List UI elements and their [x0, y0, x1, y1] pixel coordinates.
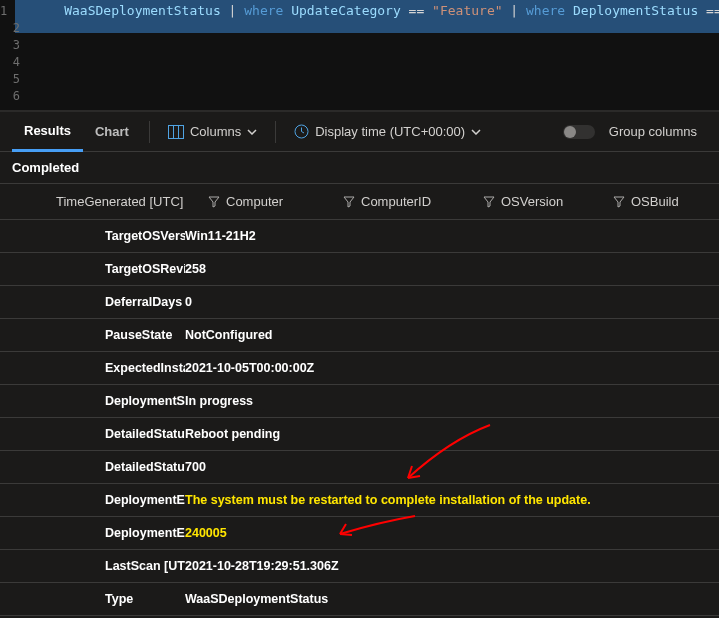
- results-toolbar: Results Chart Columns Display time (UTC+…: [0, 112, 719, 152]
- detail-row: ExpectedInstallDate [UTC]2021-10-05T00:0…: [0, 352, 719, 385]
- line-number: 2: [0, 21, 28, 35]
- detail-key: Type: [0, 592, 185, 606]
- detail-row: DeploymentStatusIn progress: [0, 385, 719, 418]
- detail-key: DeploymentError: [0, 493, 185, 507]
- display-time-label: Display time (UTC+00:00): [315, 124, 465, 139]
- columns-button[interactable]: Columns: [158, 112, 267, 152]
- divider: [275, 121, 276, 143]
- column-header-osversion[interactable]: OSVersion: [475, 194, 605, 209]
- expanded-record: TargetOSVersionWin11-21H2 TargetOSRevisi…: [0, 220, 719, 616]
- filter-icon: [343, 196, 355, 208]
- detail-row: DeploymentErrorThe system must be restar…: [0, 484, 719, 517]
- line-number: 1: [0, 4, 15, 18]
- detail-value[interactable]: 258: [185, 262, 719, 276]
- detail-key: LastScan [UTC]: [0, 559, 185, 573]
- detail-value[interactable]: 700: [185, 460, 719, 474]
- display-time-button[interactable]: Display time (UTC+00:00): [284, 112, 491, 152]
- column-header-osbuild[interactable]: OSBuild: [605, 194, 719, 209]
- detail-value[interactable]: WaaSDeploymentStatus: [185, 592, 719, 606]
- divider: [149, 121, 150, 143]
- detail-value[interactable]: 2021-10-28T19:29:51.306Z: [185, 559, 719, 573]
- line-number: 3: [0, 38, 28, 52]
- svg-rect-0: [168, 125, 183, 138]
- group-columns-label: Group columns: [609, 124, 697, 139]
- clock-icon: [294, 124, 309, 139]
- detail-row: TargetOSRevision258: [0, 253, 719, 286]
- detail-row: DetailedStatusReboot pending: [0, 418, 719, 451]
- column-header-computerid[interactable]: ComputerID: [335, 194, 475, 209]
- detail-value[interactable]: The system must be restarted to complete…: [185, 493, 719, 507]
- group-header[interactable]: Completed: [0, 152, 719, 184]
- query-editor[interactable]: 1 WaaSDeploymentStatus | where UpdateCat…: [0, 0, 719, 112]
- tab-chart[interactable]: Chart: [83, 112, 141, 152]
- detail-value[interactable]: NotConfigured: [185, 328, 719, 342]
- filter-icon: [613, 196, 625, 208]
- detail-row: DetailedStatusLevel700: [0, 451, 719, 484]
- detail-key: DeploymentStatus: [0, 394, 185, 408]
- detail-key: DetailedStatusLevel: [0, 460, 185, 474]
- detail-value[interactable]: 0: [185, 295, 719, 309]
- filter-icon: [483, 196, 495, 208]
- tab-results[interactable]: Results: [12, 112, 83, 152]
- detail-row: PauseStateNotConfigured: [0, 319, 719, 352]
- detail-key: DeferralDays: [0, 295, 185, 309]
- detail-key: DeploymentErrorCode: [0, 526, 185, 540]
- line-number: 5: [0, 72, 28, 86]
- detail-value[interactable]: Win11-21H2: [185, 229, 719, 243]
- column-header-computer[interactable]: Computer: [200, 194, 335, 209]
- columns-icon: [168, 125, 184, 139]
- detail-value[interactable]: 240005: [185, 526, 719, 540]
- detail-value[interactable]: In progress: [185, 394, 719, 408]
- detail-row: TypeWaaSDeploymentStatus: [0, 583, 719, 616]
- detail-key: TargetOSRevision: [0, 262, 185, 276]
- line-number: 6: [0, 89, 28, 103]
- query-text: WaaSDeploymentStatus | where UpdateCateg…: [15, 0, 719, 33]
- toggle-switch-icon: [563, 125, 595, 139]
- chevron-down-icon: [471, 129, 481, 135]
- chevron-down-icon: [247, 129, 257, 135]
- results-table-header: TimeGenerated [UTC] Computer ComputerID …: [0, 184, 719, 220]
- line-number: 4: [0, 55, 28, 69]
- filter-icon: [208, 196, 220, 208]
- detail-key: TargetOSVersion: [0, 229, 185, 243]
- detail-key: DetailedStatus: [0, 427, 185, 441]
- detail-value[interactable]: 2021-10-05T00:00:00Z: [185, 361, 719, 375]
- detail-row: LastScan [UTC]2021-10-28T19:29:51.306Z: [0, 550, 719, 583]
- column-header-timegenerated[interactable]: TimeGenerated [UTC]: [40, 194, 200, 209]
- detail-key: PauseState: [0, 328, 185, 342]
- detail-row: DeploymentErrorCode240005: [0, 517, 719, 550]
- detail-row: DeferralDays0: [0, 286, 719, 319]
- detail-value[interactable]: Reboot pending: [185, 427, 719, 441]
- group-columns-toggle[interactable]: Group columns: [553, 112, 707, 152]
- detail-key: ExpectedInstallDate [UTC]: [0, 361, 185, 375]
- detail-row: TargetOSVersionWin11-21H2: [0, 220, 719, 253]
- columns-label: Columns: [190, 124, 241, 139]
